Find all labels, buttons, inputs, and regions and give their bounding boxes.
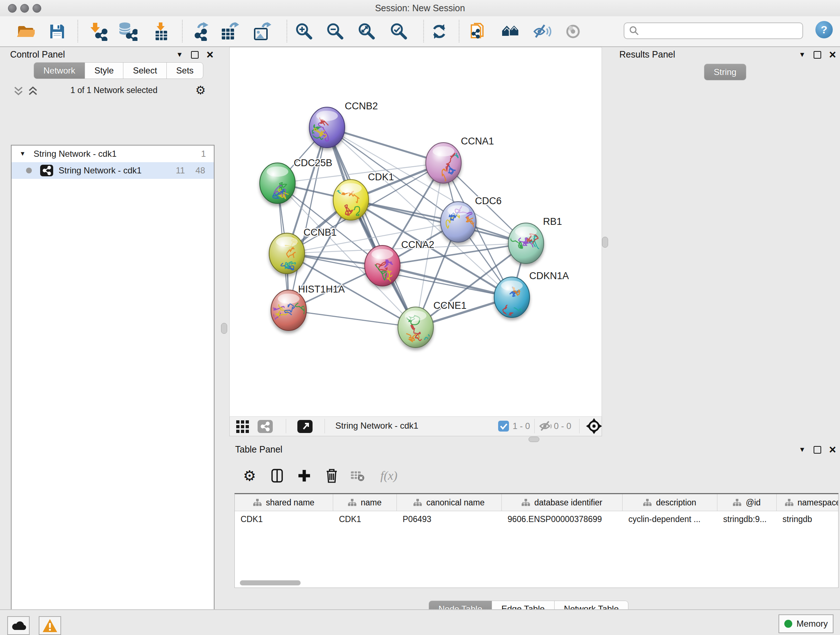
network-node-CCNB2[interactable]	[309, 107, 345, 148]
float-panel-icon[interactable]	[813, 51, 821, 59]
network-node-CDC25B[interactable]	[260, 163, 295, 203]
column-header-name[interactable]: name	[333, 494, 397, 511]
import-network-from-database-button[interactable]	[118, 21, 138, 42]
tab-style[interactable]: Style	[85, 62, 123, 79]
show-glass-button[interactable]	[564, 21, 584, 42]
network-node-CDKN1A[interactable]	[494, 277, 539, 320]
panel-menu-icon[interactable]: ▼	[176, 51, 183, 59]
splitter-handle[interactable]	[602, 237, 608, 248]
edge-CCNB2-CCNE1[interactable]	[327, 127, 416, 327]
string-import-button[interactable]	[469, 21, 489, 42]
float-panel-icon[interactable]	[813, 446, 821, 454]
grid-view-icon[interactable]	[235, 420, 250, 433]
node-label-CCNA1: CCNA1	[461, 136, 494, 147]
add-column-button[interactable]	[294, 466, 314, 486]
expand-all-icon[interactable]	[27, 86, 38, 96]
string-home-button[interactable]	[501, 21, 521, 42]
close-panel-icon[interactable]: ×	[207, 51, 213, 58]
export-image-button[interactable]	[252, 21, 272, 42]
save-session-button[interactable]	[47, 21, 67, 42]
export-network-button[interactable]	[189, 21, 209, 42]
column-header--id[interactable]: @id	[717, 494, 777, 511]
network-canvas[interactable]: CCNB2CCNA1CDC25BCDK1CDC6RB1CCNB1CCNA2CDK…	[229, 47, 602, 417]
network-node-CCNA2[interactable]	[365, 245, 400, 286]
network-collection-row[interactable]: ▼ String Network - cdk1 1	[11, 146, 214, 162]
toolbar-separator	[286, 20, 287, 42]
open-in-new-icon[interactable]	[297, 420, 313, 433]
table-delete-icon	[351, 470, 365, 482]
table-settings-button[interactable]: ⚙	[240, 466, 260, 486]
float-panel-icon[interactable]	[191, 51, 199, 59]
network-node-CCNB1[interactable]	[269, 230, 305, 274]
panel-menu-icon[interactable]: ▼	[799, 51, 806, 59]
edge-CCNB2-HIST1H1A[interactable]	[289, 127, 327, 310]
network-node-CCNA1[interactable]	[426, 143, 467, 187]
table-cell[interactable]: 9606.ENSP00000378699	[502, 511, 622, 527]
zoom-selected-button[interactable]	[388, 21, 409, 42]
search-box	[624, 22, 803, 39]
hide-glass-button[interactable]	[532, 21, 553, 42]
warning-icon	[42, 618, 58, 633]
export-table-icon	[220, 22, 239, 41]
help-button[interactable]: ?	[815, 21, 833, 38]
column-type-icon	[414, 499, 422, 506]
birdseye-icon[interactable]	[586, 418, 602, 434]
zoom-in-button[interactable]	[294, 21, 314, 42]
string-network-icon	[40, 165, 54, 177]
tab-sets[interactable]: Sets	[167, 62, 203, 79]
plus-icon	[297, 469, 311, 483]
toolbar-separator	[534, 419, 535, 433]
column-header-shared-name[interactable]: shared name	[235, 494, 333, 511]
selected-checkbox[interactable]	[498, 421, 509, 432]
zoom-out-button[interactable]	[325, 21, 345, 42]
network-row-selected[interactable]: String Network - cdk1 11 48	[11, 162, 214, 179]
warning-status-button[interactable]	[39, 616, 61, 635]
toolbar-separator	[459, 20, 459, 42]
show-columns-button[interactable]	[267, 466, 287, 486]
import-network-button[interactable]	[88, 21, 108, 42]
gear-icon[interactable]: ⚙	[195, 83, 206, 97]
collapse-all-icon[interactable]	[13, 86, 24, 96]
column-header-database-identifier[interactable]: database identifier	[502, 494, 622, 511]
table-cell[interactable]: stringdb:9...	[717, 511, 777, 527]
cloud-status-button[interactable]	[7, 616, 30, 635]
table-cell[interactable]: stringdb	[777, 511, 838, 527]
column-header-namespace[interactable]: namespace	[777, 494, 838, 511]
search-input[interactable]	[643, 26, 802, 36]
splitter-handle[interactable]	[221, 323, 227, 334]
tab-select[interactable]: Select	[123, 62, 167, 79]
table-row[interactable]: CDK1CDK1P064939606.ENSP00000378699cyclin…	[235, 511, 838, 527]
column-header-description[interactable]: description	[622, 494, 717, 511]
tab-string[interactable]: String	[704, 64, 746, 80]
refresh-button[interactable]	[429, 21, 449, 42]
network-node-CCNE1[interactable]	[398, 307, 444, 348]
close-panel-icon[interactable]: ×	[829, 51, 836, 58]
export-image-icon	[253, 22, 271, 41]
column-header-canonical-name[interactable]: canonical name	[397, 494, 502, 511]
open-session-button[interactable]	[15, 21, 35, 42]
table-cell[interactable]: CDK1	[235, 511, 333, 527]
network-node-HIST1H1A[interactable]	[271, 290, 307, 331]
edge-HIST1H1A-CCNE1[interactable]	[289, 310, 416, 327]
network-node-RB1[interactable]	[508, 223, 544, 264]
zoom-out-icon	[325, 22, 344, 41]
close-panel-icon[interactable]: ×	[829, 446, 836, 453]
tab-network[interactable]: Network	[34, 62, 85, 79]
table-cell[interactable]: P06493	[397, 511, 502, 527]
panel-menu-icon[interactable]: ▼	[799, 446, 806, 454]
main-toolbar: ?	[0, 16, 840, 47]
table-cell[interactable]: CDK1	[333, 511, 397, 527]
zoom-fit-button[interactable]	[356, 21, 377, 42]
export-table-button[interactable]	[219, 21, 240, 42]
collection-expander-icon[interactable]: ▼	[19, 150, 26, 157]
import-table-button[interactable]	[151, 21, 172, 42]
table-cell[interactable]: cyclin-dependent ...	[622, 511, 717, 527]
share-view-icon[interactable]	[257, 420, 273, 433]
network-tree: ▼ String Network - cdk1 1 String Network…	[11, 145, 215, 635]
node-label-RB1: RB1	[543, 216, 562, 227]
horizontal-scrollbar[interactable]	[235, 580, 838, 586]
function-builder-button-disabled: f(x)	[374, 466, 403, 486]
network-node-CDC6[interactable]	[441, 202, 477, 242]
memory-button[interactable]: Memory	[778, 614, 834, 633]
delete-column-button[interactable]	[322, 466, 342, 486]
